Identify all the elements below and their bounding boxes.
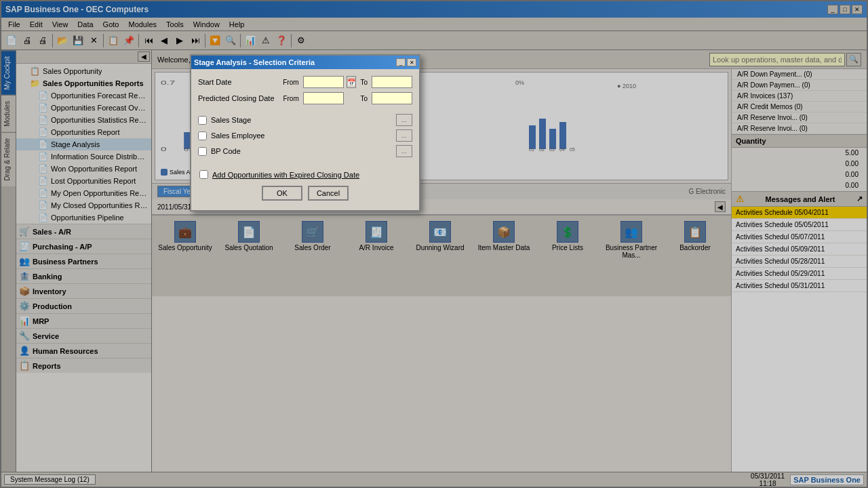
bp-code-checkbox[interactable] xyxy=(198,147,207,156)
start-date-label: Start Date xyxy=(198,78,279,86)
bp-code-browse-button[interactable]: ... xyxy=(396,145,412,157)
modal-buttons: OK Cancel xyxy=(198,186,412,203)
stage-analysis-dialog: Stage Analysis - Selection Criteria _ ✕ … xyxy=(190,54,420,211)
sales-employee-checkbox[interactable] xyxy=(198,131,207,140)
modal-body: Start Date From 📅 To Predicted Closing D… xyxy=(191,69,419,210)
sales-stage-label: Sales Stage xyxy=(211,116,392,124)
modal-title-buttons: _ ✕ xyxy=(396,58,416,66)
predicted-close-to-input[interactable] xyxy=(372,92,412,104)
sales-employee-row: Sales Employee ... xyxy=(198,129,412,142)
start-date-from-input[interactable] xyxy=(303,76,344,88)
sales-employee-label: Sales Employee xyxy=(211,131,392,140)
sales-employee-browse-button[interactable]: ... xyxy=(396,129,412,142)
add-expired-label: Add Opportunities with Expired Closing D… xyxy=(212,171,359,179)
sales-stage-row: Sales Stage ... xyxy=(198,114,412,126)
bp-code-label: BP Code xyxy=(211,147,392,155)
predicted-close-from-input[interactable] xyxy=(303,92,344,104)
modal-title: Stage Analysis - Selection Criteria xyxy=(194,58,315,66)
bp-code-row: BP Code ... xyxy=(198,145,412,157)
from-label-1: From xyxy=(283,79,298,86)
modal-title-bar: Stage Analysis - Selection Criteria _ ✕ xyxy=(191,56,419,69)
sales-stage-checkbox[interactable] xyxy=(198,116,207,125)
add-expired-checkbox[interactable] xyxy=(199,170,208,179)
cancel-button[interactable]: Cancel xyxy=(308,186,349,201)
start-date-calendar-button[interactable]: 📅 xyxy=(347,76,357,88)
to-label-1: To xyxy=(360,79,368,86)
modal-minimize-button[interactable]: _ xyxy=(396,58,406,66)
modal-close-button[interactable]: ✕ xyxy=(407,58,416,66)
sales-stage-browse-button[interactable]: ... xyxy=(396,114,412,126)
add-expired-row: Add Opportunities with Expired Closing D… xyxy=(198,170,412,179)
predicted-close-row: Predicted Closing Date From To xyxy=(198,92,412,104)
ok-button[interactable]: OK xyxy=(262,186,302,201)
start-date-row: Start Date From 📅 To xyxy=(198,76,412,88)
predicted-close-label: Predicted Closing Date xyxy=(198,94,279,102)
main-window: SAP Business One - OEC Computers _ □ ✕ F… xyxy=(0,0,868,488)
start-date-to-input[interactable] xyxy=(372,76,412,88)
from-label-2: From xyxy=(283,95,298,102)
to-label-2: To xyxy=(360,95,368,102)
modal-overlay: Stage Analysis - Selection Criteria _ ✕ … xyxy=(0,0,868,488)
